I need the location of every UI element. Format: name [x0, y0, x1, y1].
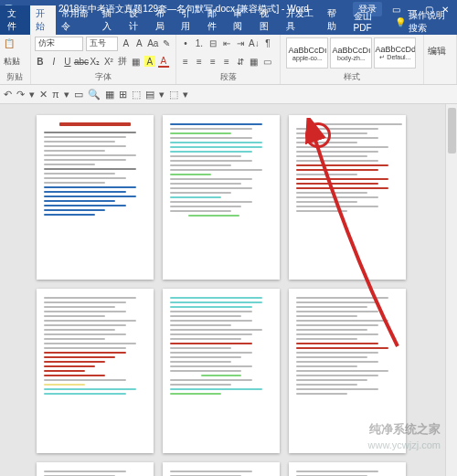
- redo-button[interactable]: ↷: [16, 89, 25, 100]
- undo-button[interactable]: ↶: [4, 89, 12, 100]
- grow-font-button[interactable]: A: [121, 38, 132, 49]
- align-justify-button[interactable]: ≡: [221, 56, 232, 67]
- align-center-button[interactable]: ≡: [194, 56, 205, 67]
- tab-wps-pdf[interactable]: 金山PDF: [348, 8, 389, 35]
- group-styles-label: 样式: [284, 71, 420, 84]
- show-marks-button[interactable]: ¶: [262, 38, 273, 49]
- tab-view[interactable]: 视图: [254, 5, 281, 35]
- qat-blank[interactable]: ⬚: [169, 89, 178, 100]
- page-thumbnail-1[interactable]: [37, 115, 154, 280]
- clear-formatting-button[interactable]: ✎: [161, 38, 172, 49]
- tell-me-label: 操作说明搜索: [409, 9, 452, 35]
- page-thumbnail-7[interactable]: [37, 462, 154, 476]
- shading-button[interactable]: ▦: [249, 56, 260, 67]
- document-workspace[interactable]: 纯净系统之家 www.ycwjzj.com: [0, 104, 457, 476]
- tab-help[interactable]: 帮助: [322, 5, 348, 35]
- tab-developer[interactable]: 开发工具: [281, 5, 322, 35]
- align-right-button[interactable]: ≡: [207, 56, 218, 67]
- group-clipboard: 📋 粘贴 剪贴: [0, 35, 31, 84]
- watermark-line1: 纯净系统之家: [369, 421, 441, 438]
- font-name-select[interactable]: 仿宋: [35, 37, 83, 51]
- ribbon: 📋 粘贴 剪贴 仿宋 五号 A A Aa ✎ B I U abc X₂ X² 拼…: [0, 35, 457, 85]
- scrollbar-thumb[interactable]: [448, 108, 456, 153]
- font-color-button[interactable]: A: [158, 55, 169, 68]
- vertical-scrollbar[interactable]: [445, 104, 457, 476]
- tell-me[interactable]: 💡 操作说明搜索: [389, 9, 457, 35]
- tab-review[interactable]: 审阅: [228, 5, 254, 35]
- page-thumbnail-5[interactable]: [163, 289, 280, 453]
- qat-rect[interactable]: ⬚: [132, 89, 141, 100]
- bold-button[interactable]: B: [35, 56, 46, 67]
- underline-button[interactable]: U: [62, 56, 73, 67]
- superscript-button[interactable]: X²: [103, 56, 114, 67]
- paste-label[interactable]: 粘贴: [4, 54, 27, 69]
- group-clipboard-label: 剪贴: [4, 71, 27, 84]
- qat-table[interactable]: ⊞: [119, 89, 127, 100]
- page-thumbnail-9[interactable]: [289, 462, 406, 476]
- subscript-button[interactable]: X₂: [90, 56, 101, 67]
- char-border-button[interactable]: ▦: [131, 56, 142, 67]
- sort-button[interactable]: A↓: [249, 38, 260, 49]
- qat-find[interactable]: 🔍: [88, 89, 101, 100]
- group-editing-label: [428, 83, 452, 84]
- red-circle-annotation: [305, 122, 331, 148]
- line-spacing-button[interactable]: ⇵: [235, 56, 246, 67]
- page-thumbnail-4[interactable]: [37, 289, 154, 453]
- style-item-3[interactable]: AaBbCcDd ↵ Defaul...: [374, 37, 416, 69]
- qat-rows[interactable]: ▤: [145, 89, 154, 100]
- decrease-indent-button[interactable]: ⇤: [221, 38, 232, 49]
- quick-access-toolbar: ↶ ↷ ▾ ✕ π ▾ ▭ 🔍 ▦ ⊞ ⬚ ▤ ▾ ⬚ ▾: [0, 85, 457, 104]
- numbering-button[interactable]: 1.: [194, 38, 205, 49]
- tab-design[interactable]: 设计: [123, 5, 150, 35]
- qat-box[interactable]: ▭: [74, 89, 83, 100]
- qat-more-4[interactable]: ▾: [183, 89, 188, 100]
- tab-home[interactable]: 开始: [30, 5, 57, 35]
- group-font-label: 字体: [35, 71, 172, 84]
- shrink-font-button[interactable]: A: [134, 38, 145, 49]
- qat-more-2[interactable]: ▾: [64, 89, 69, 100]
- tab-common[interactable]: 常用命令: [56, 5, 97, 35]
- tab-mailings[interactable]: 邮件: [202, 5, 228, 35]
- group-editing: 编辑: [424, 35, 457, 84]
- lightbulb-icon: 💡: [395, 17, 406, 27]
- qat-clear[interactable]: ✕: [39, 89, 48, 100]
- phonetic-button[interactable]: 拼: [117, 56, 128, 67]
- group-font: 仿宋 五号 A A Aa ✎ B I U abc X₂ X² 拼 ▦ A A 字…: [31, 35, 176, 84]
- tab-insert[interactable]: 插入: [97, 5, 123, 35]
- ribbon-tabs: 文件 开始 常用命令 插入 设计 布局 引用 邮件 审阅 视图 开发工具 帮助 …: [0, 18, 457, 35]
- highlight-button[interactable]: A: [144, 56, 155, 67]
- page-grid: [0, 104, 457, 476]
- font-size-select[interactable]: 五号: [86, 37, 118, 51]
- qat-more-1[interactable]: ▾: [29, 89, 35, 100]
- group-styles: AaBbCcDı apple-co... AaBbCcDı body-zh...…: [281, 35, 424, 84]
- equation-button[interactable]: π: [52, 89, 59, 100]
- watermark-line2: www.ycwjzj.com: [368, 439, 441, 450]
- edit-dropdown[interactable]: 编辑: [428, 45, 446, 58]
- align-left-button[interactable]: ≡: [180, 56, 191, 67]
- group-paragraph-label: 段落: [180, 71, 277, 84]
- borders-button[interactable]: ▭: [262, 56, 273, 67]
- qat-more-3[interactable]: ▾: [159, 89, 165, 100]
- tab-layout[interactable]: 布局: [150, 5, 176, 35]
- change-case-button[interactable]: Aa: [147, 38, 158, 49]
- group-paragraph: • 1. ⊟ ⇤ ⇥ A↓ ¶ ≡ ≡ ≡ ≡ ⇵ ▦ ▭ 段落: [176, 35, 282, 84]
- page-thumbnail-2[interactable]: [163, 115, 280, 280]
- style-item-2[interactable]: AaBbCcDı body-zh...: [330, 37, 372, 69]
- tab-references[interactable]: 引用: [175, 5, 202, 35]
- bullets-button[interactable]: •: [180, 38, 191, 49]
- multilevel-button[interactable]: ⊟: [207, 38, 218, 49]
- qat-grid[interactable]: ▦: [105, 89, 114, 100]
- file-tab[interactable]: 文件: [0, 5, 30, 35]
- style-item-1[interactable]: AaBbCcDı apple-co...: [286, 37, 328, 69]
- increase-indent-button[interactable]: ⇥: [235, 38, 246, 49]
- paste-icon[interactable]: 📋: [4, 38, 15, 49]
- page-thumbnail-3[interactable]: [289, 115, 406, 280]
- italic-button[interactable]: I: [48, 56, 59, 67]
- page-thumbnail-8[interactable]: [163, 462, 280, 476]
- strike-button[interactable]: abc: [76, 56, 87, 67]
